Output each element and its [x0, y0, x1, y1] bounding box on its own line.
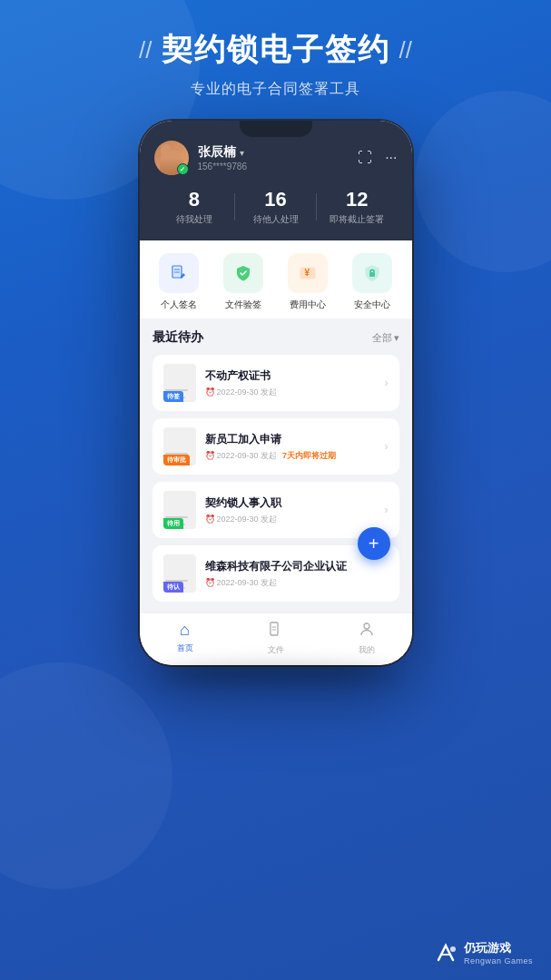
avatar-wrap — [154, 141, 189, 175]
svg-rect-5 — [369, 272, 375, 277]
doc-date-4: ⏰ 2022-09-30 发起 — [205, 577, 278, 589]
doc-meta-3: ⏰ 2022-09-30 发起 — [205, 514, 376, 525]
phone-shadow — [158, 665, 394, 683]
action-file-verify[interactable]: 文件验签 — [214, 253, 272, 311]
files-icon — [268, 621, 284, 642]
deco-right: // — [399, 36, 412, 64]
user-row: 张辰楠 ▾ 156****9786 ⛶ ··· — [154, 141, 398, 175]
doc-date-1: ⏰ 2022-09-30 发起 — [205, 387, 278, 398]
stat-number-2: 16 — [235, 188, 316, 211]
main-title: 契约锁电子签约 — [162, 29, 390, 71]
svg-point-9 — [364, 623, 369, 629]
doc-title-1: 不动产权证书 — [205, 368, 376, 384]
user-name: 张辰楠 — [198, 144, 236, 161]
doc-badge-1: 待签 — [163, 391, 183, 402]
document-list: 待签 不动产权证书 ⏰ 2022-09-30 发起 › — [153, 355, 399, 602]
section-header: 最近待办 全部 ▾ — [153, 329, 399, 346]
doc-warning-2: 7天内即将过期 — [282, 450, 336, 462]
security-center-icon — [352, 253, 392, 293]
subtitle: 专业的电子合同签署工具 — [0, 80, 551, 99]
page-header: // 契约锁电子签约 // 专业的电子合同签署工具 — [0, 0, 551, 99]
user-details: 张辰楠 ▾ 156****9786 — [198, 144, 248, 172]
expand-icon[interactable]: ⛶ — [358, 150, 372, 166]
doc-meta-2: ⏰ 2022-09-30 发起 7天内即将过期 — [205, 450, 376, 462]
doc-icon-2: 待审批 — [163, 427, 196, 466]
branding: 仍玩游戏 Rengwan Games — [433, 940, 533, 965]
action-fee-center[interactable]: ¥ 费用中心 — [279, 253, 337, 311]
doc-icon-3: 待用 — [163, 491, 196, 529]
nav-label-home: 首页 — [177, 642, 193, 654]
stat-number-3: 12 — [317, 188, 398, 211]
title-row: // 契约锁电子签约 // — [0, 29, 551, 71]
svg-rect-6 — [271, 622, 278, 635]
profile-icon — [359, 621, 375, 642]
action-label-fee: 费用中心 — [290, 299, 326, 311]
doc-badge-2: 待审批 — [163, 455, 190, 466]
action-label-security: 安全中心 — [354, 299, 390, 311]
personal-sign-icon — [159, 253, 199, 293]
brand-name-en: Rengwan Games — [464, 956, 533, 965]
nav-label-files: 文件 — [268, 644, 284, 656]
stat-label-3: 即将截止签署 — [317, 213, 398, 226]
brand-text: 仍玩游戏 Rengwan Games — [464, 940, 533, 965]
dropdown-icon[interactable]: ▾ — [240, 148, 244, 158]
doc-arrow-1: › — [385, 377, 389, 389]
app-header: 张辰楠 ▾ 156****9786 ⛶ ··· 8 待我处理 — [140, 121, 412, 240]
nav-home[interactable]: ⌂ 首页 — [140, 621, 231, 656]
brand-name-cn: 仍玩游戏 — [464, 940, 511, 956]
phone-notch — [240, 121, 312, 137]
stat-label-2: 待他人处理 — [235, 213, 316, 226]
bottom-nav: ⌂ 首页 文件 — [140, 612, 412, 665]
home-icon: ⌂ — [180, 621, 190, 640]
doc-icon-4: 待认 — [163, 554, 196, 593]
stat-pending-others: 16 待他人处理 — [235, 188, 316, 226]
doc-info-1: 不动产权证书 ⏰ 2022-09-30 发起 — [205, 368, 376, 398]
action-personal-sign[interactable]: 个人签名 — [150, 253, 208, 311]
user-phone: 156****9786 — [198, 162, 248, 172]
stat-pending-me: 8 待我处理 — [154, 188, 235, 226]
bg-decoration-3 — [0, 662, 172, 889]
doc-title-4: 维森科技有限子公司企业认证 — [205, 559, 389, 574]
doc-info-4: 维森科技有限子公司企业认证 ⏰ 2022-09-30 发起 — [205, 559, 389, 589]
doc-meta-4: ⏰ 2022-09-30 发起 — [205, 577, 389, 589]
doc-info-2: 新员工加入申请 ⏰ 2022-09-30 发起 7天内即将过期 — [205, 432, 376, 462]
phone-screen: 张辰楠 ▾ 156****9786 ⛶ ··· 8 待我处理 — [140, 121, 412, 665]
doc-date-2: ⏰ 2022-09-30 发起 — [205, 450, 278, 462]
user-info: 张辰楠 ▾ 156****9786 — [154, 141, 248, 175]
phone-mockup: 张辰楠 ▾ 156****9786 ⛶ ··· 8 待我处理 — [140, 121, 412, 665]
brand-logo-icon — [433, 940, 458, 965]
doc-title-3: 契约锁人事入职 — [205, 495, 376, 511]
doc-arrow-2: › — [385, 440, 389, 453]
nav-label-profile: 我的 — [359, 644, 375, 656]
fab-button[interactable]: + — [358, 527, 390, 560]
action-label-sign: 个人签名 — [161, 299, 197, 311]
nav-files[interactable]: 文件 — [231, 621, 321, 656]
stat-label-1: 待我处理 — [154, 213, 235, 226]
stat-expiring: 12 即将截止签署 — [317, 188, 398, 226]
deco-left: // — [139, 36, 152, 64]
action-label-verify: 文件验签 — [225, 299, 261, 311]
doc-item-2[interactable]: 待审批 新员工加入申请 ⏰ 2022-09-30 发起 7天内即将过期 — [153, 418, 399, 475]
svg-point-10 — [450, 946, 456, 952]
fee-center-icon: ¥ — [288, 253, 328, 293]
section-more[interactable]: 全部 ▾ — [372, 331, 399, 345]
doc-date-3: ⏰ 2022-09-30 发起 — [205, 514, 278, 525]
section-title: 最近待办 — [153, 329, 203, 346]
stat-number-1: 8 — [154, 188, 235, 211]
main-content: 最近待办 全部 ▾ — [140, 318, 412, 612]
action-security-center[interactable]: 安全中心 — [343, 253, 401, 311]
nav-profile[interactable]: 我的 — [321, 621, 412, 656]
phone-frame: 张辰楠 ▾ 156****9786 ⛶ ··· 8 待我处理 — [140, 121, 412, 665]
avatar-verified-badge — [177, 163, 189, 175]
doc-info-3: 契约锁人事入职 ⏰ 2022-09-30 发起 — [205, 495, 376, 525]
bg-decoration-2 — [415, 91, 551, 272]
header-icons: ⛶ ··· — [358, 150, 397, 166]
doc-icon-1: 待签 — [163, 364, 196, 402]
doc-meta-1: ⏰ 2022-09-30 发起 — [205, 387, 376, 398]
doc-item-4[interactable]: 待认 维森科技有限子公司企业认证 ⏰ 2022-09-30 发起 — [153, 545, 399, 602]
file-verify-icon — [223, 253, 263, 293]
doc-item-3[interactable]: 待用 契约锁人事入职 ⏰ 2022-09-30 发起 › — [153, 482, 399, 538]
user-name-row: 张辰楠 ▾ — [198, 144, 248, 161]
menu-icon[interactable]: ··· — [385, 150, 397, 166]
doc-item-1[interactable]: 待签 不动产权证书 ⏰ 2022-09-30 发起 › — [153, 355, 399, 411]
